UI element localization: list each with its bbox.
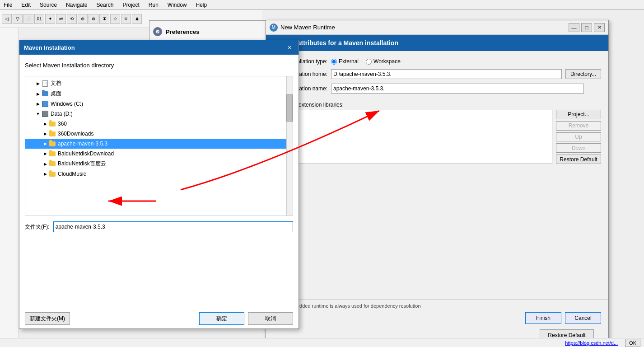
tree-scrollbar-thumb[interactable] [286, 94, 293, 122]
tree-item-360[interactable]: ▶ 360 [25, 119, 293, 129]
toolbar-btn-6[interactable]: ⇄ [56, 14, 66, 24]
tree-item-baidu-cloud[interactable]: ▶ BaiduNetdisk百度云 [25, 159, 293, 169]
select-maven-label: Select Maven installation directory [25, 62, 293, 69]
menu-project[interactable]: Project [121, 1, 141, 9]
ok-status-button[interactable]: OK [625, 339, 640, 347]
menu-navigate[interactable]: Navigate [64, 1, 89, 9]
confirm-cancel-buttons: 确定 取消 [199, 312, 293, 325]
toolbar-btn-7[interactable]: ⟲ [67, 14, 77, 24]
tree-icon-doc: 📄 [42, 80, 49, 87]
toolbar-btn-2[interactable]: ▽ [13, 14, 23, 24]
maven-runtime-title-text: New Maven Runtime [280, 24, 335, 31]
installation-name-input[interactable] [331, 84, 584, 94]
tree-item-doc[interactable]: ▶ 📄 文档 [25, 78, 293, 89]
tree-arrow-360downloads: ▶ [42, 130, 49, 137]
cancel-button[interactable]: Cancel [565, 312, 601, 324]
status-url: https://blog.csdn.net/d... [565, 340, 618, 346]
restore-default-button[interactable]: Restore Default [556, 155, 601, 164]
tree-item-360downloads[interactable]: ▶ 360Downloads [25, 129, 293, 139]
tree-label-windows: Windows (C:) [51, 101, 83, 107]
folder-360-icon [49, 122, 56, 127]
project-button[interactable]: Project... [556, 110, 601, 119]
tree-arrow-baidu-dl: ▶ [42, 150, 49, 157]
folder-cloudmusic-icon [49, 172, 56, 177]
maven-runtime-icon: M [270, 23, 278, 32]
tree-item-desktop[interactable]: ▶ 桌面 [25, 89, 293, 99]
tree-item-baidu-dl[interactable]: ▶ BaiduNetdiskDownload [25, 149, 293, 159]
confirm-button[interactable]: 确定 [199, 312, 244, 325]
menu-run[interactable]: Run [147, 1, 160, 9]
library-buttons: Project... Remove Up Down Restore Defaul… [556, 110, 601, 164]
tree-arrow-data: ▼ [34, 110, 42, 117]
tree-icon-apache-maven [49, 141, 56, 147]
close-button[interactable]: ✕ [594, 23, 605, 32]
installation-home-input[interactable] [331, 69, 562, 79]
tree-arrow-desktop: ▶ [34, 90, 42, 98]
tree-icon-baidu-cloud [49, 161, 56, 167]
libraries-list [273, 110, 552, 164]
new-folder-button[interactable]: 新建文件夹(M) [25, 312, 70, 325]
folder-360dl-icon [49, 131, 56, 136]
menu-search[interactable]: Search [94, 1, 115, 9]
external-radio[interactable] [331, 59, 337, 65]
tree-arrow-cloudmusic: ▶ [42, 170, 49, 178]
menu-file[interactable]: File [2, 1, 14, 9]
tree-scroll-area[interactable]: ▶ 📄 文档 ▶ 桌面 ▶ [25, 76, 293, 216]
tree-item-cloudmusic[interactable]: ▶ CloudMusic [25, 169, 293, 179]
toolbar-btn-10[interactable]: ⧗ [99, 14, 109, 24]
tree-arrow-360: ▶ [42, 120, 49, 127]
toolbar-btn-13[interactable]: ♟ [132, 14, 142, 24]
tree-arrow-apache-maven: ▶ [42, 140, 49, 147]
down-button[interactable]: Down [556, 143, 601, 153]
window-controls: — □ ✕ [569, 23, 605, 32]
libraries-section: Additional extension libraries: Project.… [266, 98, 608, 168]
toolbar-btn-9[interactable]: ⊗ [89, 14, 98, 24]
blue-folder-icon [42, 91, 48, 96]
libraries-label: Additional extension libraries: [273, 102, 601, 108]
up-button[interactable]: Up [556, 132, 601, 142]
installation-home-row: Installation home: Directory... [273, 69, 601, 79]
menu-help[interactable]: Help [194, 1, 209, 9]
tree-scrollbar-track[interactable] [286, 76, 293, 216]
maven-install-close-button[interactable]: × [285, 43, 294, 52]
maven-install-title-text: Maven Installation [24, 44, 75, 51]
tree-icon-cloudmusic [49, 171, 56, 177]
folder-label: 文件夹(F): [25, 223, 50, 231]
toolbar-btn-5[interactable]: ✦ [45, 14, 55, 24]
tree-arrow-windows: ▶ [34, 100, 42, 108]
tree-label-360downloads: 360Downloads [58, 131, 93, 137]
cancel-install-button[interactable]: 取消 [248, 312, 293, 325]
tree-arrow-doc: ▶ [34, 80, 42, 87]
maximize-button[interactable]: □ [581, 23, 592, 32]
tree-item-apache-maven[interactable]: ▶ apache-maven-3.5.3 [25, 139, 293, 149]
finish-button[interactable]: Finish [525, 312, 561, 324]
menu-source[interactable]: Source [38, 1, 59, 9]
tree-label-baidu-dl: BaiduNetdiskDownload [58, 150, 114, 157]
tree-label-apache-maven: apache-maven-3.5.3 [58, 141, 107, 147]
menu-edit[interactable]: Edit [19, 1, 33, 9]
toolbar-btn-8[interactable]: ⊕ [78, 14, 88, 24]
preferences-title: Preferences [166, 28, 199, 35]
toolbar-btn-1[interactable]: ◁ [2, 14, 12, 24]
workspace-radio[interactable] [366, 59, 372, 65]
tree-item-data[interactable]: ▼ Data (D:) [25, 109, 293, 119]
tree-icon-360 [49, 121, 56, 127]
maven-install-dialog: Maven Installation × Select Maven instal… [19, 40, 299, 329]
maven-install-titlebar: Maven Installation × [19, 40, 299, 55]
toolbar-btn-11[interactable]: ☆ [110, 14, 120, 24]
remove-button[interactable]: Remove [556, 121, 601, 131]
tree-item-windows[interactable]: ▶ Windows (C:) [25, 99, 293, 109]
tree-label-doc: 文档 [51, 80, 61, 87]
minimize-button[interactable]: — [569, 23, 579, 32]
tree-label-360: 360 [58, 121, 67, 127]
installation-type-radios: External Workspace [331, 58, 401, 65]
menu-window[interactable]: Window [166, 1, 189, 9]
toolbar-btn-3[interactable]: ⬜ [23, 14, 33, 24]
toolbar-btn-12[interactable]: ⛭ [121, 14, 131, 24]
tree-icon-data [42, 111, 49, 117]
data-disk-icon [42, 111, 48, 117]
folder-input[interactable] [53, 221, 293, 232]
directory-button[interactable]: Directory... [565, 69, 601, 79]
toolbar-btn-4[interactable]: 01 [34, 14, 44, 24]
external-radio-option: External [331, 58, 359, 65]
